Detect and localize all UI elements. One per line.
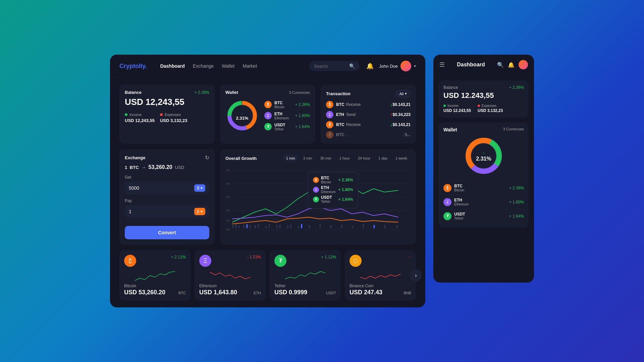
coins-row: ₿ + 2.11% Bitcoin USD 53,260.20 BTC [119, 250, 416, 301]
get-input[interactable] [129, 185, 194, 191]
nav-exchange[interactable]: Exchange [193, 63, 214, 69]
nav-market[interactable]: Market [243, 63, 257, 69]
bnb-ticker: BNB [404, 291, 411, 295]
mobile-avatar [519, 60, 528, 69]
mobile-balance-card: Balance + 2.36% USD 12.243,55 Income USD… [439, 80, 529, 118]
svg-rect-16 [232, 225, 233, 228]
rate-from: 1 BTC [125, 165, 139, 170]
desktop-dashboard: Cryptolly. Dashboard Exchange Wallet Mar… [110, 55, 425, 307]
eth-change: + 1.80% [295, 113, 310, 118]
bitcoin-large-icon: ₿ [124, 255, 136, 267]
time-1week[interactable]: 1 week [392, 155, 411, 162]
income-item: Income USD 12,243,55 [125, 113, 155, 123]
pay-input[interactable] [129, 209, 194, 214]
header: Cryptolly. Dashboard Exchange Wallet Mar… [110, 55, 425, 78]
mobile-header: ☰ Dashboard 🔍 🔔 [433, 55, 534, 75]
svg-text:2%: 2% [226, 209, 230, 212]
mobile-menu-icon[interactable]: ☰ [439, 61, 445, 68]
wallet-coins: ₿ BTC Bitcoin + 2.36% Ξ [264, 101, 310, 131]
bitcoin-price: USD 53,260.20 [124, 289, 165, 296]
next-button[interactable]: › [410, 269, 422, 282]
exchange-label: Exchange [125, 155, 145, 160]
user-info[interactable]: John Doe ▾ [379, 61, 416, 71]
tooltip-btc-row: ₿ BTC Bitcoin + 2.36% [313, 176, 353, 184]
mobile-expense: Expenses USD 3.132,23 [478, 104, 503, 113]
svg-rect-26 [276, 225, 278, 228]
trans-header: Transaction All ▾ [326, 90, 411, 98]
ethereum-sparkline [199, 269, 261, 282]
svg-rect-24 [266, 226, 267, 228]
tether-ticker: USDT [326, 291, 336, 295]
mobile-usdt-icon: ₮ [443, 212, 451, 220]
btc-change: + 2.36% [295, 102, 310, 107]
mobile-eth-name: Ethereum [454, 202, 469, 206]
bnb-card: ⬡ — Binance Coin USD 247.43 BNB › [345, 250, 416, 301]
time-1day[interactable]: 1 day [375, 155, 391, 162]
chart-tooltip: ₿ BTC Bitcoin + 2.36% Ξ [308, 172, 358, 208]
mobile-bell-icon[interactable]: 🔔 [508, 62, 515, 68]
send-arrow-icon: ↑ [390, 112, 393, 118]
mobile-usdt-ticker: USDT [454, 212, 465, 217]
bitcoin-name: Bitcoin [124, 284, 186, 288]
expense-item: Expenses USD 3,132,23 [160, 113, 187, 123]
search-box[interactable]: 🔍 [309, 61, 360, 71]
mobile-income-dot [443, 105, 446, 107]
ethereum-name: Ethereum [199, 284, 261, 288]
rate-currency: USD [175, 165, 184, 170]
svg-rect-28 [287, 225, 288, 228]
income-value: USD 12,243,55 [125, 118, 155, 123]
time-24hour[interactable]: 24 hour [355, 155, 374, 162]
nav-dashboard[interactable]: Dashboard [160, 63, 185, 69]
svg-rect-20 [247, 224, 248, 228]
donut-label: ↑ 2.31% [236, 111, 249, 121]
eth-coin-row: Ξ ETH Ethereum + 1.80% [264, 112, 310, 120]
mobile-wallet-label: Wallet [443, 127, 457, 132]
svg-text:5%: 5% [226, 169, 230, 172]
time-3min[interactable]: 3 min [300, 155, 316, 162]
mobile-usdt-name: Tether [454, 217, 465, 220]
search-input[interactable] [314, 64, 346, 69]
ethereum-price: USD 1,643.80 [199, 289, 237, 296]
trans-type: Send [346, 112, 390, 117]
mobile-donut-chart: ↑ 2.31% [464, 136, 504, 176]
time-30min[interactable]: 30 min [317, 155, 335, 162]
table-row: ₿ BTC ... ↓ $... [326, 131, 411, 138]
trans-btc3-icon: ₿ BTC [326, 131, 346, 138]
pay-currency-badge[interactable]: ₿ ▾ [194, 208, 205, 215]
svg-text:1%: 1% [226, 219, 230, 222]
bitcoin-ticker: BTC [178, 291, 186, 295]
mobile-btc-name: Bitcoin [454, 188, 464, 192]
svg-rect-30 [298, 226, 299, 228]
get-input-row: $ ▾ [125, 182, 209, 194]
exchange-header: Exchange ↻ [125, 155, 209, 161]
transaction-label: Transaction [326, 91, 351, 96]
refresh-icon[interactable]: ↻ [205, 155, 209, 161]
mobile-btc-row: ₿ BTC Bitcoin + 2.36% [443, 181, 524, 195]
bell-icon[interactable]: 🔔 [366, 62, 374, 70]
transaction-card: Transaction All ▾ ₿ BTC Receive ↓ $ [321, 84, 416, 144]
nav-wallet[interactable]: Wallet [222, 63, 234, 69]
tether-name: Tether [274, 284, 336, 288]
tooltip-eth-icon: Ξ [313, 187, 319, 193]
trans-eth-icon: Ξ ETH [326, 111, 346, 118]
header-right: 🔔 John Doe ▾ [366, 61, 416, 71]
trans-btc2-icon: ₿ BTC [326, 121, 346, 128]
chevron-icon: ▾ [201, 186, 203, 190]
mobile-search-icon[interactable]: 🔍 [497, 62, 504, 68]
table-row: ₿ BTC Receive ↓ $0.143,21 [326, 101, 411, 108]
ethereum-ticker: ETH [254, 291, 261, 295]
time-1hour[interactable]: 1 hour [336, 155, 353, 162]
pay-input-row: ₿ ▾ [125, 205, 209, 218]
balance-label: Balance [125, 90, 142, 95]
growth-card: Overall Growth 1 min 3 min 30 min 1 hour… [220, 149, 416, 245]
mobile-income: Income USD 12.243,55 [443, 104, 471, 113]
all-filter-button[interactable]: All ▾ [396, 90, 411, 98]
get-currency-badge[interactable]: $ ▾ [194, 184, 205, 192]
mobile-expense-value: USD 3.132,23 [478, 108, 503, 113]
bitcoin-sparkline [124, 269, 186, 282]
convert-button[interactable]: Convert [125, 226, 209, 239]
bnb-sparkline [350, 269, 411, 282]
svg-rect-27 [279, 225, 281, 228]
time-1min[interactable]: 1 min [283, 155, 299, 162]
usdt-name: USDT Tether [274, 123, 285, 131]
